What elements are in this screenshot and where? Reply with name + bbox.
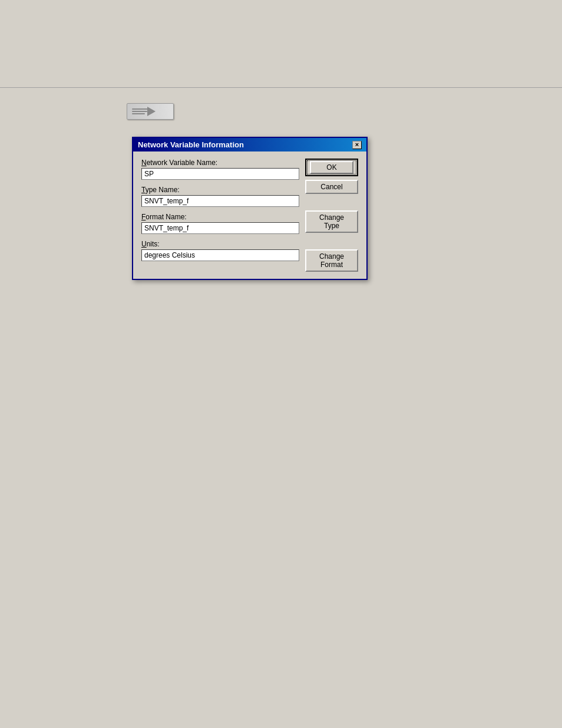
arrow-line-3 (132, 113, 145, 114)
ok-button-inner: OK (310, 161, 353, 174)
arrow-icon (127, 103, 174, 120)
spacer-2 (305, 236, 358, 246)
network-variable-name-group: Network Variable Name: (141, 159, 299, 180)
close-button[interactable]: × (352, 141, 362, 149)
cancel-button[interactable]: Cancel (305, 180, 358, 194)
units-label: Units: (141, 240, 299, 248)
ok-button[interactable]: OK (305, 159, 358, 176)
network-variable-name-input[interactable] (141, 168, 299, 180)
spacer-1 (305, 197, 358, 207)
dialog-body: Network Variable Name: Type Name: Format… (133, 151, 366, 279)
horizontal-divider (0, 87, 562, 88)
network-variable-name-label: Network Variable Name: (141, 159, 299, 167)
format-name-input[interactable] (141, 222, 299, 234)
dialog-right-column: OK Cancel Change Type Change Format (305, 159, 358, 272)
units-input[interactable] (141, 249, 299, 261)
change-type-button[interactable]: Change Type (305, 210, 358, 233)
dialog-titlebar: Network Variable Information × (133, 138, 366, 151)
type-name-input[interactable] (141, 195, 299, 207)
change-format-button[interactable]: Change Format (305, 249, 358, 272)
format-name-group: Format Name: (141, 213, 299, 234)
units-group: Units: (141, 240, 299, 261)
dialog-title: Network Variable Information (138, 140, 244, 149)
page-background: Network Variable Information × Network V… (0, 0, 562, 728)
dialog-left-column: Network Variable Name: Type Name: Format… (141, 159, 299, 272)
arrow-icon-container (127, 103, 174, 120)
network-variable-dialog: Network Variable Information × Network V… (132, 137, 368, 280)
type-name-label: Type Name: (141, 186, 299, 194)
arrow-line-2 (132, 111, 147, 112)
format-name-label: Format Name: (141, 213, 299, 221)
arrow-line-1 (132, 108, 150, 110)
arrow-lines (132, 108, 150, 114)
type-name-group: Type Name: (141, 186, 299, 207)
